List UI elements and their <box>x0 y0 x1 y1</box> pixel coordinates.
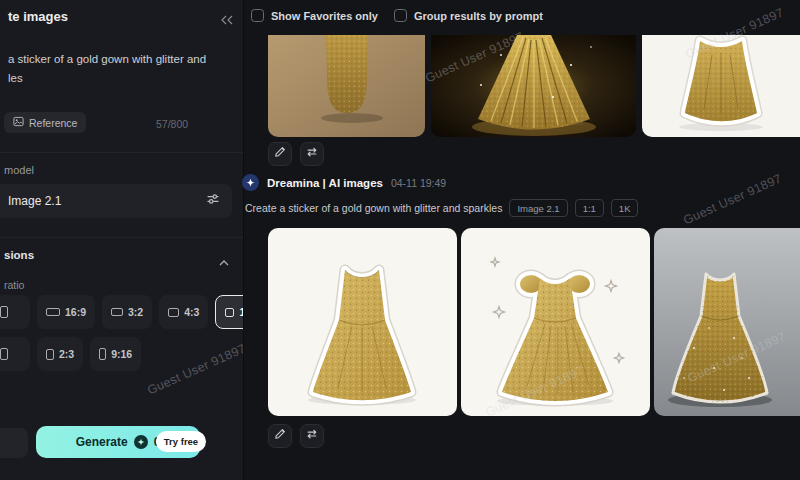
reference-button[interactable]: Reference <box>4 112 86 133</box>
model-tag: Image 2.1 <box>509 199 567 217</box>
brand-name: Dreamina | AI images <box>267 177 383 189</box>
recreate-button[interactable] <box>300 424 324 448</box>
result-actions <box>268 424 324 448</box>
generated-image[interactable] <box>268 228 457 416</box>
generated-image[interactable] <box>431 35 636 137</box>
aspect-ratio-row-1: 16:9 3:2 4:3 1:1 <box>0 295 244 329</box>
char-counter: 57/800 <box>156 118 188 130</box>
coin-icon <box>134 435 148 449</box>
show-favorites-toggle[interactable]: Show Favorites only <box>251 9 378 22</box>
generation-timestamp: 04-11 19:49 <box>391 177 446 189</box>
checkbox-icon[interactable] <box>394 9 407 22</box>
show-favorites-label: Show Favorites only <box>271 10 378 22</box>
generated-image[interactable] <box>642 35 800 137</box>
try-free-label: Try free <box>164 436 198 447</box>
result-prompt-text: Create a sticker of a gold gown with gli… <box>245 202 502 214</box>
generated-image[interactable] <box>268 35 425 137</box>
ratio-rect-icon <box>0 306 8 318</box>
checkbox-icon[interactable] <box>251 9 264 22</box>
ratio-rect-icon <box>168 308 179 317</box>
generation-sidebar: te images a sticker of a gold gown with … <box>0 0 244 480</box>
image-icon <box>13 116 24 129</box>
resolution-tag: 1K <box>611 199 639 217</box>
sliders-icon <box>206 192 220 210</box>
aspect-ratio-cut[interactable] <box>0 337 30 371</box>
ratio-rect-icon <box>0 348 8 360</box>
repeat-icon <box>305 145 319 163</box>
ratio-label: 16:9 <box>65 306 86 318</box>
group-by-prompt-label: Group results by prompt <box>414 10 543 22</box>
cut-button[interactable] <box>0 428 28 458</box>
ratio-label: 4:3 <box>184 306 199 318</box>
ratio-label: 9:16 <box>111 348 132 360</box>
aspect-ratio-4-3[interactable]: 4:3 <box>159 295 208 329</box>
pencil-icon <box>273 427 287 445</box>
result-prompt-row: Create a sticker of a gold gown with gli… <box>245 199 638 217</box>
prompt-line-1: a sticker of a gold gown with glitter an… <box>8 50 220 69</box>
chevron-up-icon[interactable] <box>219 252 229 270</box>
dreamina-app: te images a sticker of a gold gown with … <box>0 0 800 480</box>
model-section-label: model <box>4 164 34 176</box>
aspect-ratio-9-16[interactable]: 9:16 <box>90 337 141 371</box>
ratio-rect-icon <box>46 308 60 316</box>
edit-button[interactable] <box>268 142 292 166</box>
ratio-label: 2:3 <box>59 348 74 360</box>
results-panel: Show Favorites only Group results by pro… <box>240 0 800 480</box>
try-free-badge[interactable]: Try free <box>156 431 206 452</box>
aspect-ratio-label: ratio <box>4 279 24 291</box>
ratio-rect-icon <box>99 348 106 360</box>
generated-image[interactable] <box>654 228 800 416</box>
divider <box>0 152 244 153</box>
aspect-ratio-2-3[interactable]: 2:3 <box>37 337 83 371</box>
pencil-icon <box>273 145 287 163</box>
ratio-rect-icon <box>111 308 123 316</box>
ratio-rect-icon <box>225 308 234 317</box>
divider <box>0 237 244 238</box>
prompt-line-2: les <box>8 69 220 88</box>
ratio-tag: 1:1 <box>575 199 604 217</box>
aspect-ratio-row-2: 2:3 9:16 <box>0 337 141 371</box>
results-toolbar: Show Favorites only Group results by pro… <box>251 9 543 22</box>
reference-label: Reference <box>29 117 77 129</box>
aspect-ratio-cut[interactable] <box>0 295 30 329</box>
repeat-icon <box>305 427 319 445</box>
model-value: Image 2.1 <box>8 194 206 208</box>
group-by-prompt-toggle[interactable]: Group results by prompt <box>394 9 543 22</box>
dreamina-logo <box>242 174 259 191</box>
collapse-sidebar-icon[interactable] <box>221 11 233 29</box>
aspect-ratio-3-2[interactable]: 3:2 <box>102 295 152 329</box>
recreate-button[interactable] <box>300 142 324 166</box>
generate-label: Generate <box>76 435 128 449</box>
sidebar-title: te images <box>8 9 68 24</box>
edit-button[interactable] <box>268 424 292 448</box>
result-actions <box>268 142 324 166</box>
aspect-ratio-16-9[interactable]: 16:9 <box>37 295 95 329</box>
ratio-label: 3:2 <box>128 306 143 318</box>
model-select[interactable]: Image 2.1 <box>0 184 232 218</box>
dimensions-section-label: sions <box>4 249 34 261</box>
result-group-header: Dreamina | AI images 04-11 19:49 <box>242 174 446 191</box>
generated-image[interactable] <box>461 228 650 416</box>
prompt-input[interactable]: a sticker of a gold gown with glitter an… <box>8 50 220 88</box>
ratio-rect-icon <box>46 349 54 360</box>
